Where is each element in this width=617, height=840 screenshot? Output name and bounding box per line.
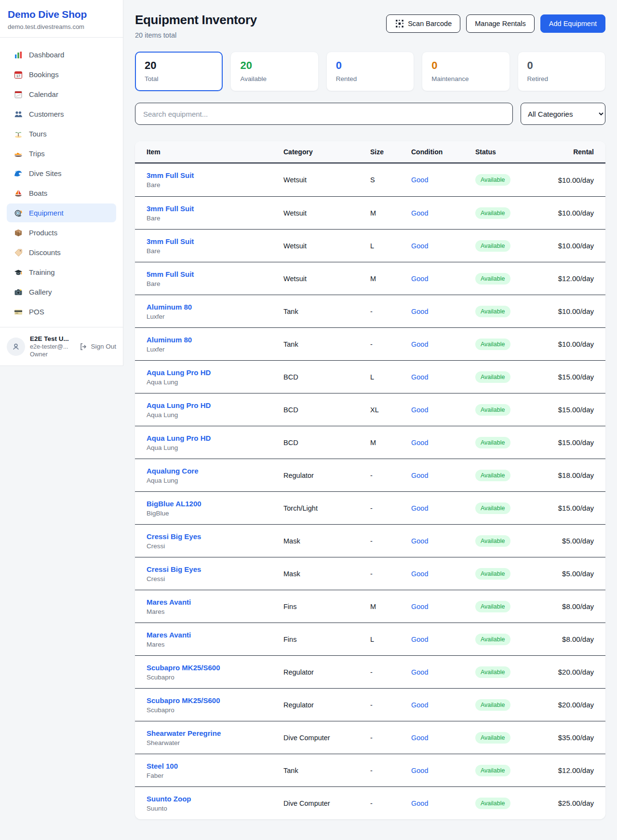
item-link[interactable]: Cressi Big Eyes [147, 565, 201, 573]
stat-card-available[interactable]: 20 Available [230, 52, 318, 91]
sidebar-item-equipment[interactable]: Equipment [7, 203, 116, 222]
condition-link[interactable]: Good [411, 537, 428, 545]
condition-link[interactable]: Good [411, 734, 428, 742]
stat-card-rented[interactable]: 0 Rented [326, 52, 414, 91]
status-badge: Available [475, 371, 510, 383]
products-package-icon [13, 228, 23, 237]
condition-link[interactable]: Good [411, 767, 428, 774]
condition-link[interactable]: Good [411, 439, 428, 447]
item-rental-price: $15.00/day [549, 406, 594, 414]
svg-text:17: 17 [16, 74, 20, 78]
item-category: Dive Computer [283, 799, 370, 807]
category-select[interactable]: All Categories [521, 103, 605, 125]
discounts-tag-icon [13, 248, 23, 257]
condition-link[interactable]: Good [411, 799, 428, 807]
status-badge: Available [475, 798, 510, 809]
item-link[interactable]: Scubapro MK25/S600 [147, 664, 220, 672]
condition-link[interactable]: Good [411, 275, 428, 283]
item-size: - [370, 570, 411, 578]
condition-link[interactable]: Good [411, 603, 428, 610]
sidebar-item-gallery[interactable]: Gallery [7, 283, 116, 301]
item-size: - [370, 799, 411, 807]
item-link[interactable]: Shearwater Peregrine [147, 729, 221, 737]
table-row: Scubapro MK25/S600 Scubapro Regulator - … [135, 688, 605, 721]
sidebar-item-tours[interactable]: Tours [7, 124, 116, 143]
item-link[interactable]: Cressi Big Eyes [147, 532, 201, 541]
item-category: Torch/Light [283, 504, 370, 512]
item-link[interactable]: Mares Avanti [147, 631, 191, 639]
status-badge: Available [475, 535, 510, 547]
sidebar-item-bookings[interactable]: 17 Bookings [7, 65, 116, 84]
table-row: Cressi Big Eyes Cressi Mask - Good Avail… [135, 557, 605, 590]
item-link[interactable]: 3mm Full Suit [147, 171, 194, 179]
item-link[interactable]: Suunto Zoop [147, 795, 191, 803]
item-category: Tank [283, 340, 370, 348]
condition-link[interactable]: Good [411, 504, 428, 512]
item-brand: Luxfer [147, 313, 283, 320]
condition-link[interactable]: Good [411, 209, 428, 217]
item-link[interactable]: Aluminum 80 [147, 303, 192, 311]
sidebar-item-customers[interactable]: Customers [7, 105, 116, 123]
sidebar-item-pos[interactable]: POS [7, 302, 116, 321]
sidebar-item-dive-sites[interactable]: Dive Sites [7, 164, 116, 183]
condition-link[interactable]: Good [411, 176, 428, 184]
stat-card-maintenance[interactable]: 0 Maintenance [422, 52, 510, 91]
stat-label: Retired [527, 75, 596, 82]
sidebar-item-products[interactable]: Products [7, 223, 116, 242]
sidebar-item-label: Bookings [29, 70, 59, 79]
calendar-icon [13, 90, 23, 99]
condition-link[interactable]: Good [411, 340, 428, 348]
status-badge: Available [475, 634, 510, 645]
table-row: Aluminum 80 Luxfer Tank - Good Available… [135, 327, 605, 360]
item-link[interactable]: Mares Avanti [147, 598, 191, 606]
add-equipment-button[interactable]: Add Equipment [540, 14, 605, 33]
sidebar-item-calendar[interactable]: Calendar [7, 85, 116, 104]
item-link[interactable]: Aluminum 80 [147, 336, 192, 344]
item-link[interactable]: 3mm Full Suit [147, 237, 194, 245]
sign-out-button[interactable]: Sign Out [79, 342, 116, 351]
status-badge: Available [475, 306, 510, 317]
item-rental-price: $18.00/day [549, 471, 594, 479]
condition-link[interactable]: Good [411, 242, 428, 250]
search-input[interactable] [135, 103, 513, 125]
item-brand: Shearwater [147, 739, 283, 746]
item-brand: Cressi [147, 542, 283, 550]
item-link[interactable]: Aqua Lung Pro HD [147, 401, 211, 409]
sidebar-item-dashboard[interactable]: Dashboard [7, 45, 116, 64]
item-link[interactable]: 3mm Full Suit [147, 204, 194, 213]
table-row: 3mm Full Suit Bare Wetsuit S Good Availa… [135, 163, 605, 196]
condition-link[interactable]: Good [411, 668, 428, 676]
item-brand: Aqua Lung [147, 444, 283, 451]
sidebar-item-discounts[interactable]: Discounts [7, 243, 116, 262]
item-link[interactable]: Scubapro MK25/S600 [147, 696, 220, 705]
sidebar-item-boats[interactable]: Boats [7, 184, 116, 203]
page-header: Equipment Inventory 20 items total Scan … [135, 13, 605, 39]
column-header-size: Size [370, 148, 411, 156]
scan-barcode-button[interactable]: Scan Barcode [386, 14, 460, 33]
item-category: Fins [283, 636, 370, 643]
table-row: Cressi Big Eyes Cressi Mask - Good Avail… [135, 524, 605, 557]
condition-link[interactable]: Good [411, 570, 428, 578]
item-link[interactable]: BigBlue AL1200 [147, 500, 201, 508]
item-link[interactable]: Aqua Lung Pro HD [147, 368, 211, 377]
condition-link[interactable]: Good [411, 308, 428, 315]
condition-link[interactable]: Good [411, 373, 428, 381]
column-header-item: Item [147, 148, 283, 156]
item-link[interactable]: Aqua Lung Pro HD [147, 434, 211, 442]
item-link[interactable]: 5mm Full Suit [147, 270, 194, 278]
stat-card-retired[interactable]: 0 Retired [518, 52, 605, 91]
status-badge: Available [475, 568, 510, 580]
item-link[interactable]: Steel 100 [147, 762, 178, 770]
sidebar-item-trips[interactable]: Trips [7, 144, 116, 163]
sidebar-item-training[interactable]: Training [7, 263, 116, 282]
manage-rentals-button[interactable]: Manage Rentals [466, 14, 535, 33]
item-link[interactable]: Aqualung Core [147, 467, 199, 475]
condition-link[interactable]: Good [411, 701, 428, 709]
stat-card-total[interactable]: 20 Total [135, 52, 223, 91]
add-equipment-label: Add Equipment [549, 20, 597, 27]
condition-link[interactable]: Good [411, 406, 428, 414]
condition-link[interactable]: Good [411, 472, 428, 479]
header-actions: Scan Barcode Manage Rentals Add Equipmen… [386, 13, 605, 33]
condition-link[interactable]: Good [411, 636, 428, 643]
sidebar-item-label: Calendar [29, 90, 58, 98]
